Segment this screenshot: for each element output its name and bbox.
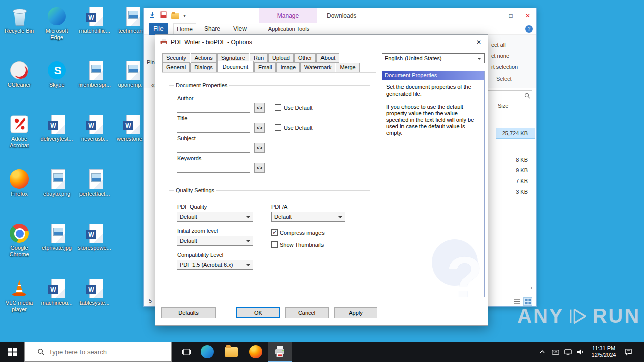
size-column-header[interactable]: Size — [498, 103, 508, 109]
select-none-item[interactable]: ct none — [491, 53, 509, 59]
subject-input[interactable] — [177, 143, 250, 153]
ribbon-tab-file[interactable]: File — [149, 23, 168, 35]
title-input[interactable] — [177, 123, 250, 133]
tab-email[interactable]: Email — [254, 63, 276, 72]
tray-volume[interactable] — [574, 342, 586, 362]
customize-toolbar-chevron-icon[interactable]: ▾ — [183, 13, 186, 18]
ok-button[interactable]: OK — [236, 307, 280, 318]
desktop-icon-perfectfact[interactable]: perfectfact... — [76, 169, 113, 197]
word-document-icon — [85, 6, 105, 26]
ribbon-tab-application-tools[interactable]: Application Tools — [265, 23, 313, 35]
tab-merge[interactable]: Merge — [336, 63, 359, 72]
dialog-close-icon[interactable]: ✕ — [474, 38, 484, 47]
pin-button-partial[interactable]: Pin — [147, 59, 155, 65]
desktop-icon-storespowe[interactable]: storespowe... — [76, 223, 113, 251]
desktop-icon-label: neverusb... — [81, 136, 108, 142]
desktop-icon-ccleaner[interactable]: CCleaner — [1, 60, 37, 88]
show-thumbnails-checkbox[interactable] — [271, 241, 278, 248]
task-view-button[interactable] — [175, 342, 197, 362]
desktop-icon-vlc[interactable]: VLC media player — [1, 278, 37, 313]
author-use-default-checkbox[interactable] — [275, 104, 281, 111]
tab-other[interactable]: Other — [294, 53, 316, 63]
tab-image[interactable]: Image — [276, 63, 300, 72]
pdfa-select[interactable]: Default — [271, 212, 345, 222]
keywords-input[interactable] — [177, 163, 250, 173]
pdf-quality-select[interactable]: Default — [177, 212, 253, 222]
ribbon-tab-home[interactable]: Home — [173, 23, 196, 35]
minimize-button[interactable]: – — [485, 8, 502, 23]
manage-tool-tab[interactable]: Manage — [259, 8, 317, 23]
tray-touch-keyboard[interactable] — [549, 342, 561, 362]
desktop-icon-deliverytest[interactable]: deliverytest... — [39, 114, 75, 142]
author-input[interactable] — [177, 103, 250, 113]
action-center-button[interactable] — [621, 342, 636, 362]
desktop-icon-machineou[interactable]: machineou... — [39, 278, 75, 306]
desktop-icon-memberspr[interactable]: memberspr... — [76, 60, 113, 88]
close-button[interactable]: ✕ — [519, 8, 536, 23]
word-document-icon — [85, 223, 105, 243]
desktop-icon-microsoft-edge[interactable]: Microsoft Edge — [39, 6, 75, 41]
taskbar-search-box[interactable] — [24, 342, 172, 362]
explorer-titlebar[interactable]: ▾ Manage Downloads – □ ✕ — [144, 8, 536, 23]
cancel-button[interactable]: Cancel — [285, 307, 329, 318]
taskbar-clock[interactable]: 11:31 PM 12/5/2024 — [588, 342, 620, 362]
language-select[interactable]: English (United States) — [382, 53, 485, 63]
tab-watermark[interactable]: Watermark — [300, 63, 335, 72]
acrobat-icon — [9, 114, 29, 134]
apply-button[interactable]: Apply — [334, 307, 377, 318]
tab-security[interactable]: Security — [162, 53, 190, 63]
desktop-icon-ebayto-png[interactable]: ebayto.png — [39, 169, 75, 197]
defaults-button[interactable]: Defaults — [161, 307, 216, 318]
desktop-icon-adobe-acrobat[interactable]: Adobe Acrobat — [1, 114, 37, 149]
invert-selection-item[interactable]: rt selection — [491, 64, 518, 70]
explorer-search-input[interactable] — [484, 91, 523, 100]
desktop-icon-firefox[interactable]: Firefox — [1, 169, 37, 197]
desktop-icon-neverusb[interactable]: neverusb... — [76, 114, 113, 142]
scroll-right-arrow[interactable]: › — [530, 284, 532, 291]
taskbar-pdf-printer-button-active[interactable] — [268, 342, 292, 362]
properties-icon[interactable] — [160, 11, 167, 19]
tab-document-selected[interactable]: Document — [217, 61, 254, 72]
author-macro-button[interactable]: <> — [254, 103, 265, 113]
taskbar-firefox-button[interactable] — [244, 342, 268, 362]
ribbon-tab-view[interactable]: View — [228, 23, 252, 35]
desktop-icon-skype[interactable]: Skype — [39, 60, 75, 88]
taskbar-explorer-button[interactable] — [219, 342, 244, 362]
tab-actions[interactable]: Actions — [191, 53, 217, 63]
tab-about[interactable]: About — [316, 53, 339, 63]
title-use-default-checkbox[interactable] — [275, 124, 281, 131]
desktop-icon-google-chrome[interactable]: Google Chrome — [1, 223, 37, 258]
windows-logo-icon — [8, 348, 17, 356]
tray-expand-chevron[interactable] — [537, 342, 547, 362]
tray-network[interactable] — [561, 342, 574, 362]
recycle-bin-icon — [9, 6, 29, 26]
tab-general[interactable]: General — [162, 63, 190, 72]
desktop-icon-etprivate-jpg[interactable]: etprivate.jpg — [39, 223, 75, 251]
maximize-button[interactable]: □ — [502, 8, 519, 23]
taskbar-edge-button[interactable] — [195, 342, 219, 362]
dialog-titlebar[interactable]: PDF Writer - bioPDF - Options ✕ — [155, 35, 488, 49]
explorer-search-box[interactable] — [482, 90, 532, 101]
ribbon-tab-share[interactable]: Share — [200, 23, 224, 35]
tab-upload[interactable]: Upload — [268, 53, 294, 63]
keywords-macro-button[interactable]: <> — [254, 163, 265, 173]
chrome-icon — [10, 224, 29, 243]
compress-images-checkbox[interactable] — [271, 229, 278, 236]
task-view-icon — [182, 347, 191, 357]
desktop-icon-tablesyste[interactable]: tablesyste... — [76, 278, 113, 306]
tab-dialogs[interactable]: Dialogs — [190, 63, 217, 72]
window-controls: – □ ✕ — [485, 8, 536, 23]
subject-macro-button[interactable]: <> — [254, 143, 265, 153]
help-button[interactable]: ? — [525, 25, 533, 33]
new-folder-icon[interactable] — [171, 13, 179, 19]
desktop-icon-matchdiffic[interactable]: matchdiffic... — [76, 6, 113, 34]
zoom-select[interactable]: Default — [177, 236, 253, 246]
taskbar-search-input[interactable] — [49, 348, 165, 356]
desktop-icon-recycle-bin[interactable]: Recycle Bin — [1, 6, 37, 34]
title-macro-button[interactable]: <> — [254, 123, 265, 133]
start-button[interactable] — [0, 342, 24, 362]
nav-collapse-chevron[interactable]: « — [151, 82, 155, 89]
compatibility-select[interactable]: PDF 1.5 (Acrobat 6.x) — [177, 260, 253, 270]
vlc-icon — [9, 278, 29, 298]
select-all-item[interactable]: ect all — [491, 42, 506, 48]
